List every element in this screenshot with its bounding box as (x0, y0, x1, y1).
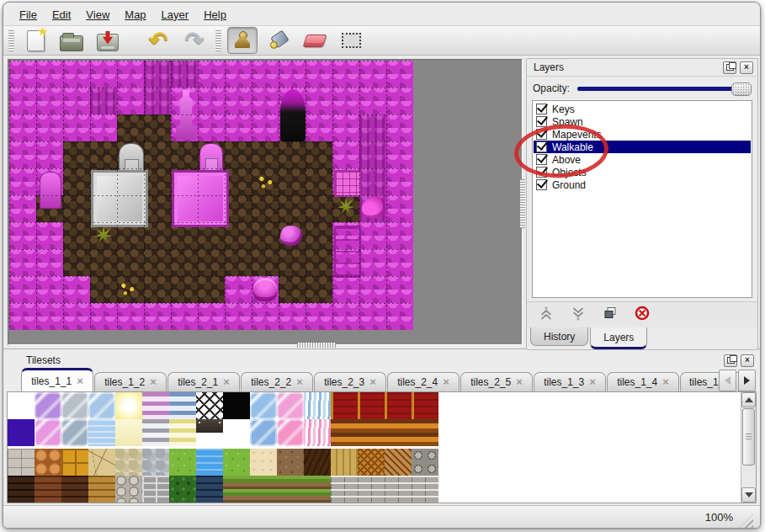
map-tile[interactable] (36, 222, 63, 249)
map-tile[interactable] (279, 195, 305, 222)
palette-tile-crops[interactable] (277, 476, 304, 503)
palette-tile-crops[interactable] (223, 476, 250, 503)
map-tile[interactable] (90, 303, 117, 330)
map-tile[interactable] (386, 276, 413, 303)
map-tile[interactable] (90, 249, 117, 276)
eraser-tool-button[interactable] (300, 27, 330, 54)
move-layer-up-button[interactable] (537, 306, 555, 323)
palette-tile-black[interactable] (223, 392, 250, 419)
tab-close-icon[interactable]: × (150, 378, 157, 386)
float-tilesets-button[interactable] (724, 354, 737, 367)
map-object-tombstone-small-pink[interactable] (40, 172, 61, 209)
palette-scrollbar[interactable] (741, 392, 756, 503)
map-tile[interactable] (63, 303, 90, 330)
map-tile[interactable] (63, 61, 90, 88)
map-tile[interactable] (198, 61, 225, 88)
map-tile[interactable] (386, 61, 413, 88)
map-tile[interactable] (9, 114, 36, 141)
tileset-palette[interactable] (8, 392, 741, 503)
menu-view[interactable]: View (78, 7, 117, 23)
palette-tile-cryst-purple[interactable] (35, 392, 61, 419)
map-canvas[interactable] (9, 61, 413, 330)
palette-tile-indigo[interactable] (8, 419, 35, 446)
map-tile[interactable] (90, 114, 117, 141)
tileset-tab-tiles_2_4[interactable]: tiles_2_4× (387, 372, 460, 391)
map-tile[interactable] (144, 114, 171, 141)
palette-tile-wood-dark[interactable] (304, 449, 331, 476)
map-tile[interactable] (36, 141, 63, 168)
map-tile[interactable] (332, 61, 359, 88)
map-tile[interactable] (144, 88, 171, 114)
palette-tile-carpet[interactable] (385, 392, 412, 419)
palette-tile-cobble[interactable] (35, 449, 61, 476)
map-tile[interactable] (90, 141, 117, 168)
map-object-coins-gold[interactable] (117, 279, 139, 297)
new-document-button[interactable] (20, 27, 50, 54)
map-tile[interactable] (198, 88, 225, 114)
palette-tile-glow[interactable] (115, 392, 142, 419)
tab-close-icon[interactable]: × (223, 378, 230, 386)
map-tile[interactable] (305, 88, 332, 114)
horizontal-splitter-handle[interactable] (297, 343, 336, 348)
map-tile[interactable] (63, 249, 90, 276)
map-tile[interactable] (279, 141, 305, 168)
palette-tile-drape-pink[interactable] (304, 419, 331, 446)
layer-checkbox[interactable] (536, 104, 547, 114)
palette-tile-dirt[interactable] (277, 449, 304, 476)
layer-row-walkable[interactable]: Walkable (534, 141, 751, 153)
close-tilesets-button[interactable]: × (741, 354, 754, 367)
map-tile[interactable] (359, 222, 386, 249)
map-object-urn-magenta[interactable] (253, 278, 277, 301)
tab-scroll-right-button[interactable] (738, 370, 756, 391)
tileset-tab-tiles_1_4[interactable]: tiles_1_4× (607, 372, 679, 391)
map-tile[interactable] (359, 168, 386, 195)
palette-tile-pebble-g[interactable] (142, 449, 169, 476)
map-tile[interactable] (279, 168, 305, 195)
map-tile[interactable] (198, 276, 225, 303)
palette-tile-wood-str[interactable] (385, 419, 412, 446)
map-tile[interactable] (386, 303, 413, 330)
palette-tile-carpet[interactable] (331, 392, 358, 419)
rect-select-tool-button[interactable] (336, 27, 366, 54)
move-layer-down-button[interactable] (569, 306, 587, 323)
tab-close-icon[interactable]: × (516, 378, 523, 386)
map-tile[interactable] (279, 276, 305, 303)
map-tile[interactable] (117, 249, 144, 276)
palette-tile-herring[interactable] (385, 449, 412, 476)
palette-tile-brick-gray2[interactable] (331, 476, 358, 503)
map-tile[interactable] (225, 141, 252, 168)
scroll-up-button[interactable] (741, 392, 756, 407)
map-tile[interactable] (225, 114, 252, 141)
tileset-tab-tiles_1_3[interactable]: tiles_1_3× (534, 372, 606, 391)
map-object-tentacle-pink[interactable] (362, 196, 385, 218)
map-tile[interactable] (90, 88, 117, 114)
map-tile[interactable] (359, 141, 386, 168)
map-tile[interactable] (386, 222, 413, 249)
palette-tile-carpet[interactable] (358, 392, 385, 419)
palette-tile-brick-gray2[interactable] (358, 476, 385, 503)
tileset-tab-tiles_2_5[interactable]: tiles_2_5× (460, 372, 533, 391)
palette-tile-metal[interactable] (196, 419, 223, 433)
palette-tile-empty[interactable] (223, 419, 250, 446)
tab-close-icon[interactable]: × (662, 378, 669, 386)
stamp-tool-button[interactable] (227, 27, 258, 54)
palette-tile-rubble[interactable] (115, 476, 142, 503)
layer-checkbox[interactable] (536, 154, 547, 165)
palette-tile-brick-gray2[interactable] (412, 476, 438, 503)
palette-tile-wood-str[interactable] (358, 419, 385, 446)
menu-map[interactable]: Map (117, 7, 153, 23)
map-tile[interactable] (36, 114, 63, 141)
float-dock-button[interactable] (723, 61, 736, 74)
map-tile[interactable] (144, 303, 171, 330)
map-object-cave-hole[interactable] (280, 89, 305, 141)
palette-tile-grass[interactable] (169, 449, 196, 476)
map-tile[interactable] (252, 303, 279, 330)
tileset-tab-tiles_1_1[interactable]: tiles_1_1× (21, 368, 93, 391)
map-tile[interactable] (63, 222, 90, 249)
map-tile[interactable] (144, 276, 171, 303)
map-tile[interactable] (305, 141, 332, 168)
map-tile[interactable] (305, 114, 332, 141)
palette-tile-str-gray[interactable] (142, 419, 169, 446)
palette-tile-brick-gold[interactable] (88, 476, 115, 503)
palette-tile-str-yellow[interactable] (169, 419, 196, 446)
